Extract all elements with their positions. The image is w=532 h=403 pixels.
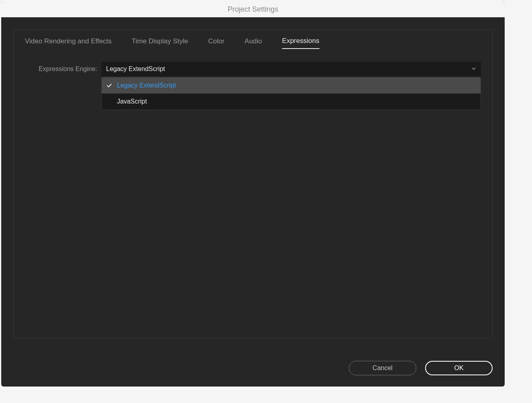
dropdown-option-label: JavaScript <box>117 98 147 105</box>
dropdown-option-label: Legacy ExtendScript <box>117 82 176 89</box>
chevron-down-icon <box>471 65 476 73</box>
dropdown-selected-value: Legacy ExtendScript <box>106 65 165 73</box>
dialog-button-row: Cancel OK <box>349 361 493 375</box>
tab-video-rendering[interactable]: Video Rendering and Effects <box>25 37 112 49</box>
check-icon <box>106 83 117 88</box>
tab-bar: Video Rendering and Effects Time Display… <box>14 30 492 49</box>
expressions-engine-label: Expressions Engine: <box>21 65 101 73</box>
dialog-content: Video Rendering and Effects Time Display… <box>1 17 505 387</box>
expressions-engine-dropdown[interactable]: Legacy ExtendScript <box>101 62 481 76</box>
ok-button[interactable]: OK <box>425 361 493 375</box>
dropdown-option-legacy-extendscript[interactable]: Legacy ExtendScript <box>102 77 481 94</box>
tab-color[interactable]: Color <box>208 37 225 49</box>
tab-expressions[interactable]: Expressions <box>282 37 319 49</box>
project-settings-dialog: Project Settings Video Rendering and Eff… <box>1 1 505 387</box>
expressions-engine-dropdown-wrapper: Legacy ExtendScript Legacy ExtendScript <box>101 62 481 76</box>
tab-audio[interactable]: Audio <box>245 37 262 49</box>
cancel-button[interactable]: Cancel <box>349 361 416 375</box>
dropdown-option-javascript[interactable]: JavaScript <box>102 94 481 110</box>
settings-panel: Video Rendering and Effects Time Display… <box>13 29 493 338</box>
tab-time-display[interactable]: Time Display Style <box>132 37 188 49</box>
titlebar: Project Settings <box>1 1 505 17</box>
expressions-engine-dropdown-list: Legacy ExtendScript JavaScript <box>101 77 481 110</box>
expressions-engine-row: Expressions Engine: Legacy ExtendScript <box>14 49 492 76</box>
window-title: Project Settings <box>227 5 278 14</box>
